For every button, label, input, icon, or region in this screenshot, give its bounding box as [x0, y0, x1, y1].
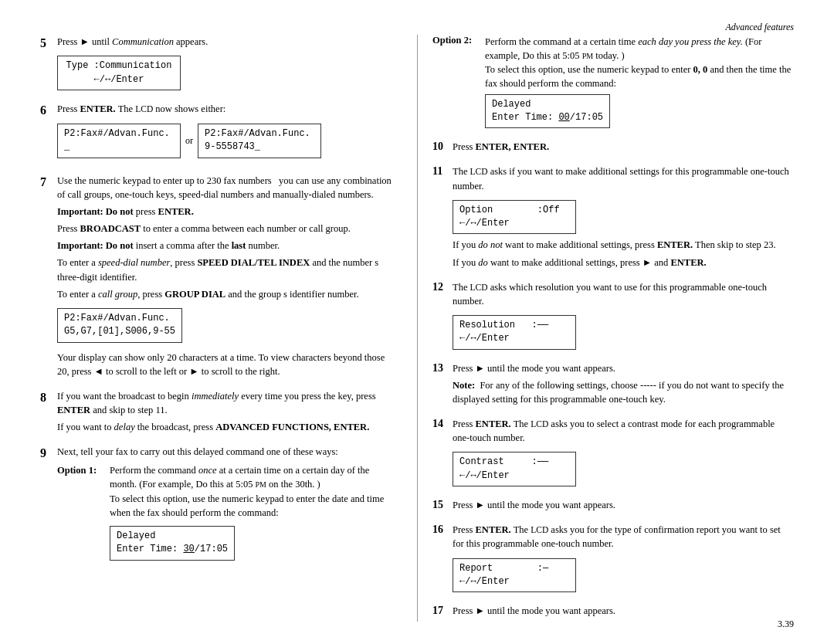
step-9-number: 9 — [40, 444, 57, 570]
step-11-note2: If you do want to make additional settin… — [453, 256, 794, 269]
option-2-lcd: DelayedEnter Time: 00/17:05 — [485, 94, 610, 129]
step-10-number: 10 — [432, 139, 449, 157]
step-5-number: 5 — [40, 34, 57, 94]
step-14-content: Press ENTER. The LCD asks you to select … — [453, 417, 794, 490]
step-12-text: The LCD asks which resolution you want t… — [453, 280, 794, 308]
step-11-content: The LCD asks if you want to make additio… — [453, 164, 794, 272]
option-2-row: Option 2: Perform the command at a certa… — [432, 35, 794, 132]
step-9-opt1-text: Perform the command once at a certain ti… — [110, 463, 395, 520]
step-11-text: The LCD asks if you want to make additio… — [453, 164, 794, 192]
step-7-important1: Important: Do not press ENTER. — [57, 205, 395, 219]
step-13-note: Note: For any of the following settings,… — [453, 378, 794, 406]
option-2-label: Option 2: — [432, 35, 485, 132]
step-14: 14 Press ENTER. The LCD asks you to sele… — [432, 417, 794, 490]
step-7-call-group: To enter a call group, press GROUP DIAL … — [57, 287, 395, 301]
step-15-content: Press ► until the mode you want appears. — [453, 498, 794, 515]
right-column: Option 2: Perform the command at a certa… — [432, 35, 794, 629]
step-16-text: Press ENTER. The LCD asks you for the ty… — [453, 523, 794, 551]
step-7-main: Use the numeric keypad to enter up to 23… — [57, 174, 395, 202]
step-15-number: 15 — [432, 497, 449, 515]
step-16-content: Press ENTER. The LCD asks you for the ty… — [453, 523, 794, 596]
step-5-content: Press ► until Communication appears. Typ… — [57, 35, 395, 94]
step-7-important2: Important: Do not insert a comma after t… — [57, 239, 395, 253]
step-6: 6 Press ENTER. The LCD now shows either:… — [40, 102, 395, 166]
step-12-lcd: Resolution :——←/↔/Enter — [453, 315, 576, 350]
step-17-text: Press ► until the mode you want appears. — [453, 604, 794, 618]
step-14-text: Press ENTER. The LCD asks you to select … — [453, 417, 794, 445]
step-6-lcd-b: P2:Fax#/Advan.Func.9-5558743_ — [198, 124, 321, 158]
option-2-text: Perform the command at a certain time ea… — [485, 35, 794, 91]
step-14-lcd: Contrast :——←/↔/Enter — [453, 452, 576, 486]
step-7-lcd: P2:Fax#/Advan.Func.G5,G7,[01],S006,9-55 — [57, 308, 182, 343]
step-16-number: 16 — [432, 522, 449, 596]
step-8-content: If you want the broadcast to begin immed… — [57, 389, 395, 437]
step-17: 17 Press ► until the mode you want appea… — [432, 604, 794, 621]
step-9-intro: Next, tell your fax to carry out this de… — [57, 445, 395, 459]
step-9-option1-row: Option 1: Perform the command once at a … — [57, 463, 395, 564]
page-divider — [417, 35, 418, 622]
step-6-text: Press ENTER. The LCD now shows either: — [57, 102, 395, 116]
left-column: 5 Press ► until Communication appears. T… — [40, 35, 395, 578]
step-8-text1: If you want the broadcast to begin immed… — [57, 389, 395, 417]
step-6-number: 6 — [40, 101, 57, 166]
step-10-content: Press ENTER, ENTER. — [453, 140, 794, 157]
step-11-note1: If you do not want to make additional se… — [453, 238, 794, 252]
step-13-text: Press ► until the mode you want appears. — [453, 361, 794, 375]
step-12-content: The LCD asks which resolution you want t… — [453, 280, 794, 354]
step-6-lcd-a: P2:Fax#/Advan.Func._ — [57, 124, 181, 158]
step-5: 5 Press ► until Communication appears. T… — [40, 35, 395, 94]
step-11-number: 11 — [432, 164, 449, 272]
step-17-number: 17 — [432, 603, 449, 621]
step-12: 12 The LCD asks which resolution you wan… — [432, 280, 794, 354]
step-11-lcd: Option :Off←/↔/Enter — [453, 200, 576, 235]
step-13-content: Press ► until the mode you want appears.… — [453, 361, 794, 409]
step-7: 7 Use the numeric keypad to enter up to … — [40, 174, 395, 381]
step-10: 10 Press ENTER, ENTER. — [432, 140, 794, 157]
page-container: Advanced features 5 Press ► until Commun… — [0, 0, 834, 644]
step-7-broadcast: Press BROADCAST to enter a comma between… — [57, 222, 395, 236]
step-16-lcd: Report :—←/↔/Enter — [453, 558, 576, 593]
header-title: Advanced features — [725, 22, 794, 33]
or-label: or — [185, 134, 193, 147]
step-8-number: 8 — [40, 388, 57, 437]
step-15: 15 Press ► until the mode you want appea… — [432, 498, 794, 515]
step-9: 9 Next, tell your fax to carry out this … — [40, 445, 395, 570]
step-9-opt1-lcd: DelayedEnter Time: 30/17:05 — [110, 526, 235, 561]
step-5-text: Press ► until Communication appears. — [57, 35, 395, 49]
step-8-text2: If you want to delay the broadcast, pres… — [57, 420, 395, 434]
step-6-lcd-row: P2:Fax#/Advan.Func._ or P2:Fax#/Advan.Fu… — [57, 120, 395, 162]
step-7-number: 7 — [40, 173, 57, 381]
page-number: 3.39 — [778, 619, 794, 630]
step-13-number: 13 — [432, 361, 449, 409]
option-2-content: Perform the command at a certain time ea… — [485, 35, 794, 132]
step-9-option1-content: Perform the command once at a certain ti… — [110, 463, 395, 564]
step-17-content: Press ► until the mode you want appears. — [453, 604, 794, 621]
step-7-content: Use the numeric keypad to enter up to 23… — [57, 174, 395, 381]
step-9-content: Next, tell your fax to carry out this de… — [57, 445, 395, 570]
step-12-number: 12 — [432, 280, 449, 354]
step-7-speed-dial: To enter a speed-dial number, press SPEE… — [57, 256, 395, 283]
step-13: 13 Press ► until the mode you want appea… — [432, 361, 794, 409]
step-15-text: Press ► until the mode you want appears. — [453, 498, 794, 512]
step-14-number: 14 — [432, 416, 449, 490]
step-8: 8 If you want the broadcast to begin imm… — [40, 389, 395, 437]
step-16: 16 Press ENTER. The LCD asks you for the… — [432, 523, 794, 596]
step-6-content: Press ENTER. The LCD now shows either: P… — [57, 102, 395, 166]
step-11: 11 The LCD asks if you want to make addi… — [432, 164, 794, 272]
step-10-text: Press ENTER, ENTER. — [453, 140, 794, 154]
step-9-option1-label: Option 1: — [57, 463, 110, 564]
step-7-display: Your display can show only 20 characters… — [57, 351, 395, 378]
step-5-lcd: Type :Communication←/↔/Enter — [57, 56, 181, 90]
